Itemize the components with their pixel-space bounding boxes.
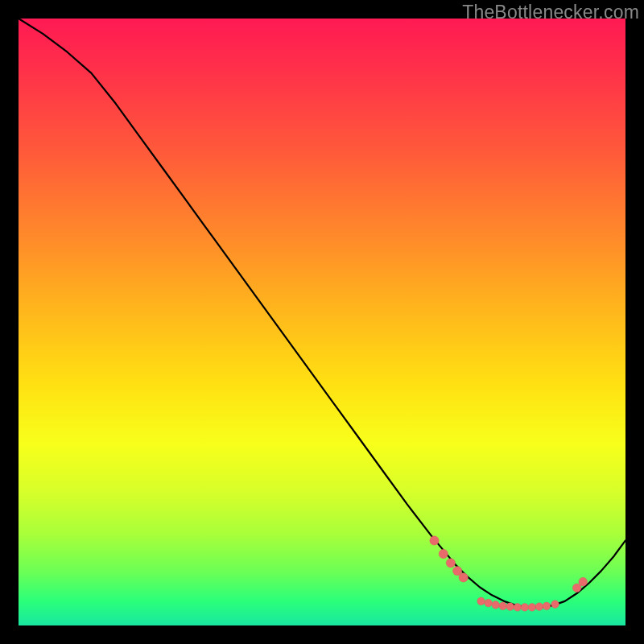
marker-dot: [446, 559, 455, 568]
marker-dot: [492, 601, 500, 609]
chart-svg: [19, 19, 625, 625]
marker-dot: [551, 601, 559, 609]
markers-group: [430, 536, 588, 611]
marker-dot: [430, 536, 439, 545]
marker-dot: [579, 577, 588, 586]
marker-dot: [485, 599, 493, 607]
curve-path: [19, 19, 625, 607]
marker-dot: [477, 597, 485, 605]
marker-dot: [514, 604, 522, 612]
marker-dot: [528, 604, 536, 612]
marker-dot: [499, 602, 507, 610]
marker-dot: [439, 549, 448, 558]
plot-area: [19, 19, 625, 625]
chart-stage: TheBottlenecker.com: [0, 0, 644, 644]
marker-dot: [535, 603, 543, 611]
marker-dot: [459, 573, 468, 582]
marker-dot: [543, 602, 551, 610]
marker-dot: [521, 604, 529, 612]
watermark-text: TheBottlenecker.com: [462, 2, 639, 23]
marker-dot: [506, 603, 514, 611]
